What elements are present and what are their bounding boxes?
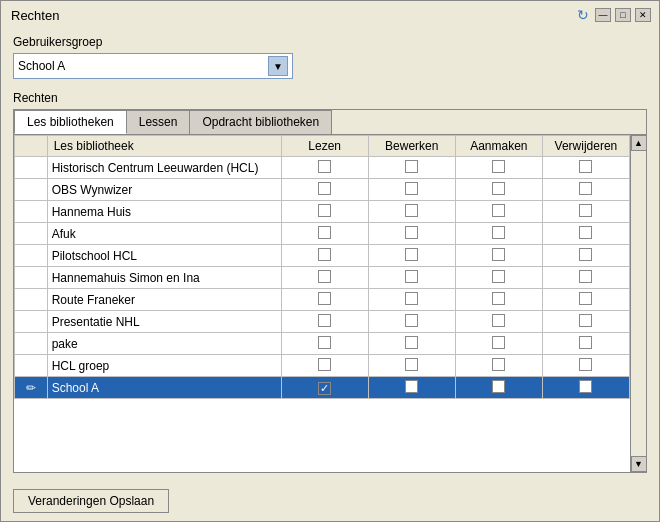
row-lezen-cell[interactable] [281,245,368,267]
checkbox-aanmaken[interactable] [492,270,505,283]
row-lezen-cell[interactable] [281,355,368,377]
row-aanmaken-cell[interactable] [455,267,542,289]
checkbox-bewerken[interactable] [405,358,418,371]
row-verwijderen-cell[interactable] [542,311,629,333]
row-verwijderen-cell[interactable] [542,355,629,377]
row-lezen-cell[interactable] [281,223,368,245]
checkbox-lezen[interactable] [318,204,331,217]
scroll-down-button[interactable]: ▼ [631,456,647,472]
row-verwijderen-cell[interactable] [542,377,629,399]
save-button[interactable]: Veranderingen Opslaan [13,489,169,513]
checkbox-verwijderen[interactable] [579,292,592,305]
table-row[interactable]: Route Franeker [15,289,630,311]
row-aanmaken-cell[interactable] [455,157,542,179]
row-verwijderen-cell[interactable] [542,157,629,179]
checkbox-lezen[interactable] [318,292,331,305]
row-bewerken-cell[interactable] [368,267,455,289]
row-aanmaken-cell[interactable] [455,355,542,377]
refresh-icon[interactable]: ↻ [575,7,591,23]
row-verwijderen-cell[interactable] [542,333,629,355]
table-row[interactable]: Afuk [15,223,630,245]
checkbox-lezen[interactable] [318,270,331,283]
checkbox-bewerken[interactable] [405,270,418,283]
checkbox-aanmaken[interactable] [492,292,505,305]
checkbox-bewerken[interactable] [405,314,418,327]
table-row[interactable]: Pilotschool HCL [15,245,630,267]
row-bewerken-cell[interactable] [368,157,455,179]
row-bewerken-cell[interactable] [368,355,455,377]
row-bewerken-cell[interactable] [368,333,455,355]
checkbox-verwijderen[interactable] [579,160,592,173]
scrollbar-track[interactable] [631,151,647,456]
checkbox-verwijderen[interactable] [579,314,592,327]
table-row[interactable]: HCL groep [15,355,630,377]
scroll-up-button[interactable]: ▲ [631,135,647,151]
checkbox-aanmaken[interactable] [492,226,505,239]
table-row[interactable]: Hannemahuis Simon en Ina [15,267,630,289]
row-verwijderen-cell[interactable] [542,223,629,245]
checkbox-verwijderen[interactable] [579,358,592,371]
row-lezen-cell[interactable] [281,267,368,289]
checkbox-lezen[interactable] [318,182,331,195]
table-row[interactable]: Historisch Centrum Leeuwarden (HCL) [15,157,630,179]
scrollbar[interactable]: ▲ ▼ [630,135,646,472]
table-scroll-area[interactable]: Les bibliotheek Lezen Bewerken Aanmaken … [14,135,630,472]
checkbox-bewerken[interactable] [405,226,418,239]
row-lezen-cell[interactable] [281,289,368,311]
table-row[interactable]: ✏School A✓ [15,377,630,399]
row-aanmaken-cell[interactable] [455,245,542,267]
checkbox-bewerken[interactable] [405,336,418,349]
row-bewerken-cell[interactable] [368,245,455,267]
checkbox-bewerken[interactable] [405,380,418,393]
row-bewerken-cell[interactable] [368,377,455,399]
checkbox-verwijderen[interactable] [579,248,592,261]
maximize-button[interactable]: □ [615,8,631,22]
checkbox-bewerken[interactable] [405,248,418,261]
checkbox-aanmaken[interactable] [492,336,505,349]
row-aanmaken-cell[interactable] [455,289,542,311]
checkbox-lezen[interactable] [318,358,331,371]
row-aanmaken-cell[interactable] [455,201,542,223]
row-lezen-cell[interactable]: ✓ [281,377,368,399]
checkbox-aanmaken[interactable] [492,248,505,261]
checkbox-aanmaken[interactable] [492,358,505,371]
checkbox-lezen[interactable] [318,248,331,261]
checkbox-bewerken[interactable] [405,160,418,173]
checkbox-lezen[interactable] [318,226,331,239]
row-lezen-cell[interactable] [281,157,368,179]
row-verwijderen-cell[interactable] [542,289,629,311]
row-bewerken-cell[interactable] [368,223,455,245]
row-aanmaken-cell[interactable] [455,311,542,333]
checkbox-verwijderen[interactable] [579,182,592,195]
table-row[interactable]: pake [15,333,630,355]
table-row[interactable]: OBS Wynwizer [15,179,630,201]
row-bewerken-cell[interactable] [368,311,455,333]
tab-les-bibliotheken[interactable]: Les bibliotheken [14,110,127,134]
checkbox-aanmaken[interactable] [492,204,505,217]
table-row[interactable]: Presentatie NHL [15,311,630,333]
checkbox-verwijderen[interactable] [579,204,592,217]
checkbox-bewerken[interactable] [405,292,418,305]
row-aanmaken-cell[interactable] [455,223,542,245]
checkbox-lezen[interactable] [318,160,331,173]
row-verwijderen-cell[interactable] [542,201,629,223]
row-bewerken-cell[interactable] [368,179,455,201]
checkbox-bewerken[interactable] [405,182,418,195]
row-aanmaken-cell[interactable] [455,333,542,355]
checkbox-aanmaken[interactable] [492,160,505,173]
row-bewerken-cell[interactable] [368,201,455,223]
row-verwijderen-cell[interactable] [542,179,629,201]
minimize-button[interactable]: — [595,8,611,22]
checkbox-verwijderen[interactable] [579,226,592,239]
row-lezen-cell[interactable] [281,311,368,333]
row-verwijderen-cell[interactable] [542,245,629,267]
checkbox-verwijderen[interactable] [579,336,592,349]
gebruikersgroep-dropdown[interactable]: School A ▼ [13,53,293,79]
close-button[interactable]: ✕ [635,8,651,22]
row-aanmaken-cell[interactable] [455,179,542,201]
row-bewerken-cell[interactable] [368,289,455,311]
checkbox-aanmaken[interactable] [492,380,505,393]
row-lezen-cell[interactable] [281,179,368,201]
table-row[interactable]: Hannema Huis [15,201,630,223]
row-lezen-cell[interactable] [281,333,368,355]
